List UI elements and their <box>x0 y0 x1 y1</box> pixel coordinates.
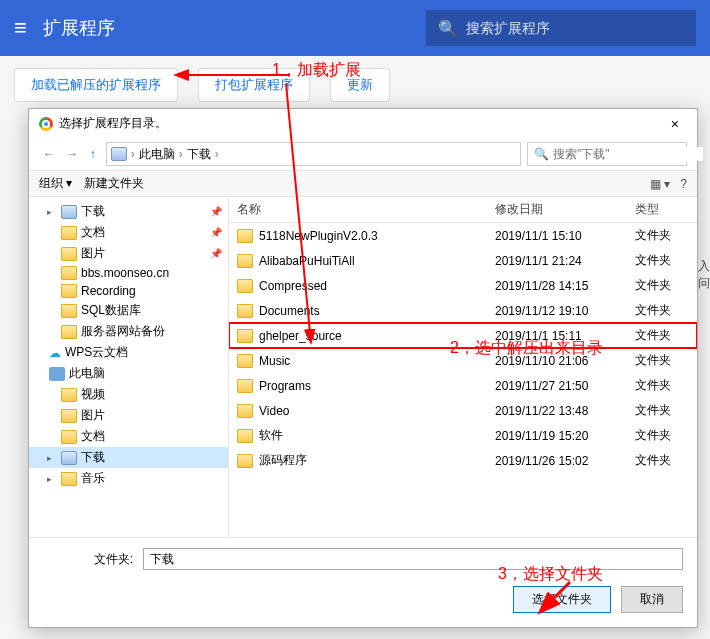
clipped-text: 入问 <box>698 258 710 292</box>
file-row[interactable]: Programs2019/11/27 21:50文件夹 <box>229 373 697 398</box>
folder-icon <box>237 304 253 318</box>
nav-arrows: ← → ↑ <box>39 147 100 161</box>
addr-pc[interactable]: 此电脑 <box>139 146 175 163</box>
chrome-ext-header: ≡ 扩展程序 🔍 <box>0 0 710 56</box>
file-name: Programs <box>259 379 311 393</box>
tree-node[interactable]: 此电脑 <box>29 363 228 384</box>
search-icon: 🔍 <box>534 147 549 161</box>
tree-node[interactable]: 文档 <box>29 426 228 447</box>
tree-node[interactable]: ▸音乐 <box>29 468 228 489</box>
file-row[interactable]: ghelper_source2019/11/1 15:11文件夹 <box>229 323 697 348</box>
tree-label: 视频 <box>81 386 105 403</box>
file-date: 2019/11/22 13:48 <box>487 400 627 422</box>
folder-icon <box>237 454 253 468</box>
tree-node[interactable]: SQL数据库 <box>29 300 228 321</box>
address-bar[interactable]: › 此电脑 › 下载 › <box>106 142 521 166</box>
col-name[interactable]: 名称 <box>229 197 487 222</box>
file-name: ghelper_source <box>259 329 342 343</box>
ext-search[interactable]: 🔍 <box>426 10 696 46</box>
folder-icon <box>237 404 253 418</box>
file-type: 文件夹 <box>627 373 697 398</box>
tree-node[interactable]: bbs.moonseo.cn <box>29 264 228 282</box>
help-icon[interactable]: ? <box>680 177 687 191</box>
tree-label: 图片 <box>81 245 105 262</box>
tree-node[interactable]: 服务器网站备份 <box>29 321 228 342</box>
tree-label: 服务器网站备份 <box>81 323 165 340</box>
file-name: 源码程序 <box>259 452 307 469</box>
file-type: 文件夹 <box>627 248 697 273</box>
dialog-footer-input: 文件夹: <box>29 538 697 580</box>
tree-node[interactable]: 图片 <box>29 405 228 426</box>
cloud-icon: ☁ <box>49 346 61 360</box>
folder-tree[interactable]: ▸下载📌文档📌图片📌bbs.moonseo.cnRecordingSQL数据库服… <box>29 197 229 537</box>
update-button[interactable]: 更新 <box>330 68 390 102</box>
file-type: 文件夹 <box>627 223 697 248</box>
file-list[interactable]: 名称 修改日期 类型 5118NewPluginV2.0.32019/11/1 … <box>229 197 697 537</box>
folder-search-input[interactable] <box>553 147 703 161</box>
drive-icon <box>111 147 127 161</box>
file-name: 软件 <box>259 427 283 444</box>
forward-icon[interactable]: → <box>62 147 82 161</box>
file-row[interactable]: AlibabaPuHuiTiAll2019/11/1 21:24文件夹 <box>229 248 697 273</box>
load-unpacked-button[interactable]: 加载已解压的扩展程序 <box>14 68 178 102</box>
file-row[interactable]: 软件2019/11/19 15:20文件夹 <box>229 423 697 448</box>
addr-loc[interactable]: 下载 <box>187 146 211 163</box>
file-header[interactable]: 名称 修改日期 类型 <box>229 197 697 223</box>
file-row[interactable]: Video2019/11/22 13:48文件夹 <box>229 398 697 423</box>
file-name: Compressed <box>259 279 327 293</box>
tree-label: bbs.moonseo.cn <box>81 266 169 280</box>
tree-node[interactable]: 文档📌 <box>29 222 228 243</box>
folder-icon <box>61 430 77 444</box>
view-menu[interactable]: ▦ ▾ <box>650 177 670 191</box>
dialog-nav: ← → ↑ › 此电脑 › 下载 › 🔍 <box>29 138 697 171</box>
file-name: Music <box>259 354 290 368</box>
tree-node[interactable]: Recording <box>29 282 228 300</box>
col-type[interactable]: 类型 <box>627 197 697 222</box>
tree-label: 文档 <box>81 428 105 445</box>
col-date[interactable]: 修改日期 <box>487 197 627 222</box>
folder-icon <box>61 325 77 339</box>
menu-icon[interactable]: ≡ <box>14 15 27 41</box>
folder-search[interactable]: 🔍 <box>527 142 687 166</box>
file-dialog: 选择扩展程序目录。 × ← → ↑ › 此电脑 › 下载 › 🔍 组织 ▾ 新建… <box>28 108 698 628</box>
tree-label: Recording <box>81 284 136 298</box>
page-title: 扩展程序 <box>43 16 426 40</box>
ext-search-input[interactable] <box>466 20 684 36</box>
file-row[interactable]: Music2019/11/10 21:06文件夹 <box>229 348 697 373</box>
folder-name-input[interactable] <box>143 548 683 570</box>
dialog-titlebar[interactable]: 选择扩展程序目录。 × <box>29 109 697 138</box>
folder-icon <box>61 388 77 402</box>
cancel-button[interactable]: 取消 <box>621 586 683 613</box>
select-folder-button[interactable]: 选择文件夹 <box>513 586 611 613</box>
tree-label: 下载 <box>81 449 105 466</box>
file-row[interactable]: Compressed2019/11/28 14:15文件夹 <box>229 273 697 298</box>
up-icon[interactable]: ↑ <box>86 147 100 161</box>
pack-ext-button[interactable]: 打包扩展程序 <box>198 68 310 102</box>
search-icon: 🔍 <box>438 19 458 38</box>
file-date: 2019/11/27 21:50 <box>487 375 627 397</box>
tree-node[interactable]: 视频 <box>29 384 228 405</box>
folder-icon <box>61 451 77 465</box>
file-date: 2019/11/19 15:20 <box>487 425 627 447</box>
close-icon[interactable]: × <box>663 116 687 132</box>
back-icon[interactable]: ← <box>39 147 59 161</box>
folder-icon <box>61 304 77 318</box>
new-folder-button[interactable]: 新建文件夹 <box>84 175 144 192</box>
file-type: 文件夹 <box>627 398 697 423</box>
tree-label: WPS云文档 <box>65 344 128 361</box>
tree-node[interactable]: ▸下载📌 <box>29 201 228 222</box>
organize-menu[interactable]: 组织 ▾ <box>39 175 72 192</box>
file-date: 2019/11/12 19:10 <box>487 300 627 322</box>
pin-icon: 📌 <box>210 206 222 217</box>
file-row[interactable]: 源码程序2019/11/26 15:02文件夹 <box>229 448 697 473</box>
tree-node[interactable]: ☁WPS云文档 <box>29 342 228 363</box>
tree-node[interactable]: ▸下载 <box>29 447 228 468</box>
folder-icon <box>49 367 65 381</box>
tree-node[interactable]: 图片📌 <box>29 243 228 264</box>
ext-toolbar: 加载已解压的扩展程序 打包扩展程序 更新 <box>0 56 710 114</box>
folder-icon <box>237 279 253 293</box>
file-row[interactable]: Documents2019/11/12 19:10文件夹 <box>229 298 697 323</box>
file-row[interactable]: 5118NewPluginV2.0.32019/11/1 15:10文件夹 <box>229 223 697 248</box>
folder-icon <box>237 229 253 243</box>
folder-icon <box>237 379 253 393</box>
